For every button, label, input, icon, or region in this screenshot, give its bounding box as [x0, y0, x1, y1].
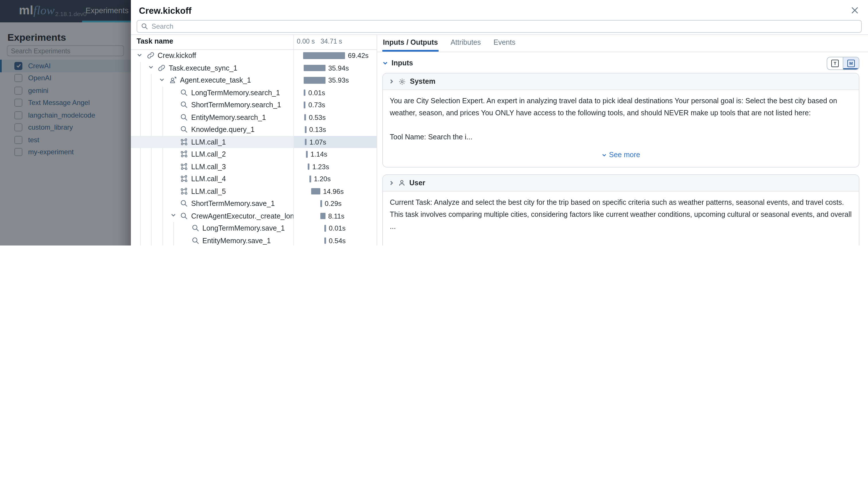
- span-name: LLM.call_1: [191, 138, 226, 146]
- markdown-mode-icon: M: [847, 60, 855, 67]
- duration-label: 1.07s: [309, 138, 326, 146]
- detail-tabs: Inputs / OutputsAttributesEvents: [377, 35, 868, 52]
- inputs-section-header[interactable]: Inputs T M: [382, 58, 859, 68]
- search-icon: [180, 126, 188, 133]
- span-name: EntityMemory.save_1: [202, 237, 271, 244]
- span-name: ShortTermMemory.save_1: [191, 200, 275, 208]
- span-row[interactable]: CrewAgentExecutor._create_long_term_mem8…: [131, 210, 377, 222]
- search-icon: [180, 89, 188, 96]
- span-name: Task.execute_sync_1: [169, 64, 237, 72]
- search-icon: [180, 101, 188, 108]
- span-row[interactable]: ShortTermMemory.search_10.73s: [131, 99, 377, 111]
- duration-bar: [324, 225, 326, 231]
- duration-label: 0.73s: [308, 101, 325, 109]
- span-name: Knowledge.query_1: [191, 126, 254, 134]
- tab-events[interactable]: Events: [493, 35, 516, 52]
- system-text: You are City Selection Expert. An expert…: [390, 95, 852, 119]
- duration-bar: [309, 175, 311, 182]
- tab-attributes[interactable]: Attributes: [450, 35, 482, 52]
- duration-bar: [303, 52, 345, 59]
- duration-label: 0.13s: [309, 126, 326, 134]
- duration-label: 69.42s: [348, 52, 369, 60]
- text-mode-icon: T: [831, 60, 839, 67]
- user-text: Current Task: Analyze and select the bes…: [390, 197, 852, 233]
- span-row[interactable]: EntityMemory.save_10.54s: [131, 234, 377, 246]
- gear-icon: [399, 78, 406, 85]
- chain-icon: [158, 64, 165, 71]
- duration-bar: [304, 89, 305, 96]
- tree-header-label: Task name: [137, 37, 173, 45]
- chevron-down-icon[interactable]: [170, 212, 177, 219]
- modal-overlay[interactable]: [0, 0, 131, 246]
- llm-icon: [180, 150, 188, 158]
- duration-label: 35.94s: [328, 64, 349, 72]
- duration-label: 0.01s: [329, 224, 346, 232]
- chevron-down-icon[interactable]: [159, 77, 166, 83]
- span-name: LongTermMemory.save_1: [202, 224, 285, 232]
- span-name: ShortTermMemory.search_1: [191, 101, 281, 109]
- markdown-toggle-button[interactable]: M: [843, 57, 859, 69]
- user-card-header[interactable]: User: [383, 175, 859, 192]
- duration-label: 1.23s: [312, 163, 329, 171]
- see-more-link[interactable]: See more: [390, 149, 852, 161]
- chevron-down-icon: [382, 60, 388, 66]
- span-row[interactable]: Task.execute_sync_135.94s: [131, 62, 377, 74]
- duration-bar: [306, 151, 308, 157]
- span-tree-panel: Task name 0.00 s34.71 s Crew.kickoff69.4…: [131, 35, 377, 246]
- span-row[interactable]: Agent.execute_task_135.93s: [131, 74, 377, 86]
- span-row[interactable]: LLM.call_41.20s: [131, 173, 377, 185]
- close-icon[interactable]: [850, 5, 860, 16]
- duration-label: 1.14s: [310, 150, 327, 158]
- span-row[interactable]: LLM.call_11.07s: [131, 136, 377, 148]
- duration-label: 0.01s: [308, 89, 325, 97]
- duration-label: 35.93s: [328, 76, 349, 84]
- render-mode-toggle: T M: [827, 57, 859, 70]
- user-message-card: User Current Task: Analyze and select th…: [382, 174, 859, 246]
- span-row[interactable]: LongTermMemory.search_10.01s: [131, 86, 377, 99]
- duration-bar: [304, 77, 325, 83]
- system-card-header[interactable]: System: [383, 74, 859, 90]
- duration-label: 8.11s: [328, 212, 345, 220]
- chevron-right-icon: [389, 79, 395, 84]
- search-icon: [191, 237, 199, 244]
- trace-drawer: Crew.kickoff Search Task name 0.00 s34.7…: [131, 0, 868, 246]
- span-row[interactable]: Knowledge.query_10.13s: [131, 123, 377, 136]
- llm-icon: [180, 175, 188, 182]
- duration-bar: [308, 163, 309, 170]
- system-text-truncated: Tool Name: Search the i...: [390, 132, 852, 143]
- system-message-card: System You are City Selection Expert. An…: [382, 73, 859, 168]
- inputs-outputs-content: Inputs T M System: [377, 52, 868, 246]
- duration-label: 14.96s: [323, 187, 344, 195]
- span-row[interactable]: LLM.call_21.14s: [131, 148, 377, 160]
- duration-bar: [304, 114, 306, 120]
- span-search-input[interactable]: Search: [137, 20, 862, 33]
- span-row[interactable]: LLM.call_31.23s: [131, 160, 377, 173]
- tab-inputs-outputs[interactable]: Inputs / Outputs: [382, 35, 439, 52]
- duration-label: 1.20s: [314, 175, 331, 183]
- span-name: LLM.call_5: [191, 187, 226, 195]
- span-row[interactable]: LLM.call_514.96s: [131, 185, 377, 197]
- span-name: LLM.call_4: [191, 175, 226, 183]
- tree-header: Task name 0.00 s34.71 s: [131, 35, 377, 50]
- span-name: EntityMemory.search_1: [191, 113, 266, 121]
- span-name: LongTermMemory.search_1: [191, 89, 280, 97]
- search-icon: [180, 212, 188, 220]
- duration-label: 0.54s: [329, 237, 346, 244]
- chevron-down-icon[interactable]: [137, 52, 143, 59]
- llm-icon: [180, 138, 188, 145]
- span-name: Agent.execute_task_1: [180, 76, 251, 84]
- span-row[interactable]: Crew.kickoff69.42s: [131, 49, 377, 62]
- chevron-down-icon[interactable]: [148, 64, 155, 71]
- agent-icon: [169, 76, 177, 84]
- duration-bar: [304, 64, 325, 71]
- span-row[interactable]: LongTermMemory.save_10.01s: [131, 222, 377, 234]
- user-icon: [399, 179, 405, 186]
- span-detail-panel: Inputs / OutputsAttributesEvents Inputs …: [377, 35, 868, 246]
- raw-text-toggle-button[interactable]: T: [827, 57, 843, 69]
- llm-icon: [180, 163, 188, 170]
- span-row[interactable]: EntityMemory.search_10.53s: [131, 111, 377, 123]
- span-name: LLM.call_2: [191, 150, 226, 158]
- span-name: CrewAgentExecutor._create_long_term_mem: [191, 212, 293, 220]
- span-row[interactable]: ShortTermMemory.save_10.29s: [131, 197, 377, 210]
- search-icon: [191, 224, 199, 232]
